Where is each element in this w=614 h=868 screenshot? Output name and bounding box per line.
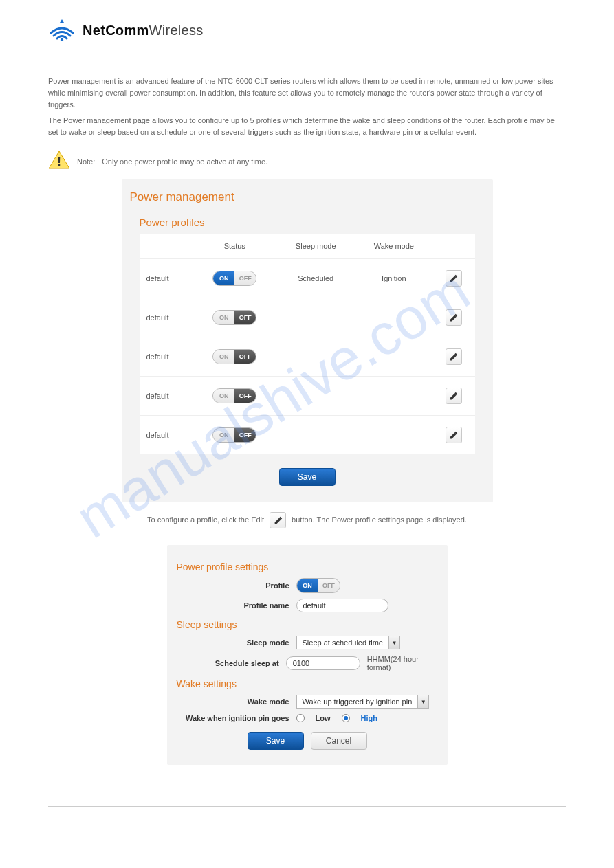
profiles-tbody: defaultONOFFScheduledIgnitiondefaultONOF… (140, 259, 475, 455)
profile-settings-title: Power profile settings (177, 561, 438, 572)
status-toggle[interactable]: ONOFF (212, 310, 256, 325)
wifi-logo-icon (48, 19, 76, 41)
ignition-label: Wake when ignition pin goes (177, 714, 289, 722)
wake-mode-cell (355, 298, 432, 337)
power-management-panel: Power management Power profiles Status S… (122, 179, 493, 502)
status-toggle[interactable]: ONOFF (212, 271, 256, 286)
profile-name-cell: default (140, 298, 193, 337)
table-row: defaultONOFF (140, 298, 475, 337)
svg-marker-0 (60, 19, 64, 23)
save-button[interactable]: Save (279, 468, 336, 486)
panel-title: Power management (130, 190, 485, 204)
profile-name-cell: default (140, 259, 193, 298)
wake-settings-title: Wake settings (177, 678, 438, 689)
instruction-before: To configure a profile, click the Edit (147, 514, 264, 526)
warning-icon: ! (48, 151, 70, 173)
note: ! Note: Only one power profile may be ac… (48, 151, 566, 173)
table-row: defaultONOFF (140, 377, 475, 416)
status-toggle[interactable]: ONOFF (212, 388, 256, 403)
edit-button[interactable] (446, 270, 462, 287)
col-sleep: Sleep mode (276, 234, 355, 259)
note-label: Note: (77, 157, 95, 166)
table-row: defaultONOFF (140, 337, 475, 377)
col-status: Status (193, 234, 276, 259)
save-button[interactable]: Save (248, 732, 304, 750)
profiles-table: Status Sleep mode Wake mode defaultONOFF… (140, 234, 475, 454)
wake-mode-select[interactable]: Wake up triggered by ignition pin ▼ (296, 695, 430, 709)
edit-button[interactable] (446, 388, 462, 404)
radio-low-label: Low (316, 714, 331, 722)
sleep-mode-cell (276, 337, 355, 377)
profile-label: Profile (177, 581, 289, 590)
edit-button[interactable] (446, 309, 462, 326)
col-edit (432, 234, 474, 259)
table-row: defaultONOFFScheduledIgnition (140, 259, 475, 298)
profile-name-cell: default (140, 416, 193, 455)
brand-text: NetCommWireless (83, 23, 204, 38)
profile-name-cell: default (140, 377, 193, 416)
wake-mode-cell (355, 377, 432, 416)
radio-high[interactable] (342, 714, 350, 722)
edit-button[interactable] (446, 348, 462, 365)
intro-paragraph-1: Power management is an advanced feature … (48, 76, 566, 111)
sleep-mode-label: Sleep mode (177, 638, 289, 647)
sleep-settings-title: Sleep settings (177, 619, 438, 630)
intro-paragraph-2: The Power management page allows you to … (48, 115, 566, 138)
footer (48, 806, 566, 812)
svg-point-1 (61, 38, 63, 41)
profile-toggle[interactable]: ON OFF (296, 578, 340, 593)
power-profile-settings-panel: Power profile settings Profile ON OFF Pr… (167, 545, 448, 765)
profile-name-cell: default (140, 337, 193, 377)
schedule-label: Schedule sleep at (177, 659, 279, 667)
edit-icon-example (270, 512, 286, 528)
chevron-down-icon: ▼ (388, 636, 399, 649)
profile-name-input[interactable] (296, 599, 388, 612)
edit-button[interactable] (446, 427, 462, 443)
svg-text:!: ! (57, 155, 61, 168)
profile-name-label: Profile name (177, 601, 289, 610)
sleep-mode-select[interactable]: Sleep at scheduled time ▼ (296, 636, 400, 649)
wake-mode-label: Wake mode (177, 698, 289, 706)
power-profiles-heading: Power profiles (140, 216, 485, 228)
brand-logo: NetCommWireless (48, 19, 566, 41)
wake-mode-cell: Ignition (355, 259, 432, 298)
cancel-button[interactable]: Cancel (311, 732, 367, 750)
schedule-hint: HHMM(24 hour format) (367, 655, 438, 671)
sleep-mode-cell: Scheduled (276, 259, 355, 298)
sleep-mode-cell (276, 377, 355, 416)
wake-mode-cell (355, 337, 432, 377)
chevron-down-icon: ▼ (417, 695, 428, 708)
schedule-input[interactable] (286, 656, 360, 670)
wake-mode-cell (355, 416, 432, 455)
instruction-after: button. The Power profile settings page … (292, 514, 467, 526)
sleep-mode-cell (276, 298, 355, 337)
table-row: defaultONOFF (140, 416, 475, 455)
radio-low[interactable] (296, 714, 305, 722)
status-toggle[interactable]: ONOFF (212, 427, 256, 443)
col-wake: Wake mode (355, 234, 432, 259)
sleep-mode-cell (276, 416, 355, 455)
status-toggle[interactable]: ONOFF (212, 349, 256, 364)
note-text: Only one power profile may be active at … (102, 157, 566, 166)
radio-high-label: High (361, 714, 377, 722)
col-name (140, 234, 193, 259)
